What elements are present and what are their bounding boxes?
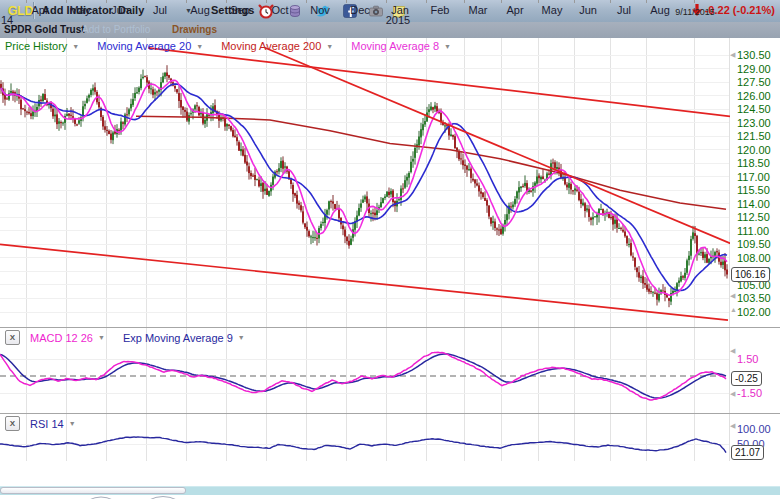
month-label: Jul [142,4,178,16]
legend-ma8[interactable]: Moving Average 8 ▼ [351,40,451,52]
price-axis: ◀ ◀ ▲ 130.50129.00127.50126.00124.50123.… [730,38,780,327]
grid [0,414,729,461]
month-label: Jun [102,4,138,16]
time-axis-tick [610,0,611,3]
month-label: Jun [570,4,606,16]
time-axis-tick [66,0,67,3]
month-label: Apr [497,4,533,16]
chevron-down-icon[interactable]: ▼ [196,43,203,50]
legend-macd[interactable]: MACD 12 26 ▼ [30,332,105,344]
price-tick: 115.50 [737,184,770,196]
month-label: Aug [642,4,678,16]
price-tick: 120.00 [737,144,771,156]
month-label: Nov [302,4,338,16]
price-tick: 117.00 [737,171,770,183]
grid [0,38,729,327]
price-tick: 123.00 [737,117,771,129]
price-tick: 114.00 [737,198,770,210]
trendline [0,244,728,320]
last-price-box: 106.16 [731,267,770,282]
time-axis-tick [306,0,307,3]
price-tick: 129.00 [737,63,771,75]
price-tick: 108.00 [737,252,771,264]
legend-rsi[interactable]: RSI 14 ▼ [30,418,76,430]
time-axis-tick [464,0,465,3]
price-tick: 124.50 [737,103,771,115]
macd-tick: 1.50 [737,353,758,365]
price-tick: 126.00 [737,90,771,102]
chevron-down-icon[interactable]: ▼ [444,43,451,50]
price-tick: 102.00 [737,306,771,318]
macd-axis: ◀ ◀ 1.50-1.50-0.25 [730,328,780,414]
scroll-left-icon[interactable]: ◀ [730,347,735,355]
macd-legend: X MACD 12 26 ▼ Exp Moving Average 9 ▼ [5,330,257,345]
time-axis-tick [426,0,427,3]
chart-scrollbar-thumb[interactable] [0,487,186,494]
month-label: Aug [182,4,218,16]
scroll-up-icon[interactable]: ▲ [730,306,737,313]
legend-exp-ma9[interactable]: Exp Moving Average 9 ▼ [123,332,245,344]
rsi-pane: X RSI 14 ▼ ◀ 100.0050.0021.07 [0,413,780,462]
month-label: May [534,4,570,16]
price-pane: Price History ▼ Moving Average 20 ▼ Movi… [0,38,780,327]
time-axis-tick [646,0,647,3]
month-label: Mar [460,4,496,16]
rsi-legend: X RSI 14 ▼ [5,416,88,431]
chevron-down-icon[interactable]: ▼ [72,43,79,50]
price-tick: 103.50 [737,292,771,304]
month-label: May [62,4,98,16]
year-label: 2015 [380,14,416,26]
time-axis-tick [26,0,27,3]
symbol-name: SPDR Gold Trust [4,24,85,35]
rsi-chart-svg [0,414,730,461]
month-label: Oct [262,4,298,16]
month-label: Apr [22,4,58,16]
ma20-line [1,84,727,290]
chevron-down-icon[interactable]: ▼ [69,420,76,427]
scroll-left-icon[interactable]: ◀ [730,390,735,398]
chevron-down-icon[interactable]: ▼ [98,334,105,341]
rsi-line [0,437,726,453]
time-axis-tick [266,0,267,3]
month-label: Jul [606,4,642,16]
price-tick: 111.00 [737,225,769,237]
scroll-left-icon[interactable]: ◀ [730,422,735,430]
price-tick: 118.50 [737,157,770,169]
macd-pane: X MACD 12 26 ▼ Exp Moving Average 9 ▼ ◀ … [0,327,780,414]
time-axis-tick [106,0,107,3]
scrollbar-thumb-waves [1,495,185,499]
rsi-value-box: 21.07 [731,445,764,460]
price-tick: 127.50 [737,76,771,88]
chevron-down-icon[interactable]: ▼ [326,43,333,50]
legend-ma20[interactable]: Moving Average 20 ▼ [97,40,203,52]
time-axis-tick [386,0,387,3]
rsi-tick: 100.00 [737,423,771,435]
price-tick: 109.50 [737,238,771,250]
price-legend: Price History ▼ Moving Average 20 ▼ Movi… [5,40,463,52]
month-label: Feb [422,4,458,16]
chevron-down-icon[interactable]: ▼ [238,334,245,341]
close-icon[interactable]: X [5,330,20,345]
rsi-axis: ◀ 100.0050.0021.07 [730,414,780,462]
macd-tick: -1.50 [737,387,762,399]
drawings-link[interactable]: Drawings [172,24,217,35]
price-tick: 121.50 [737,130,771,142]
year-label-clipped: 14 [1,14,13,26]
chart-scrollbar-track[interactable] [0,486,780,495]
scroll-left-icon[interactable]: ◀ [730,51,735,59]
time-axis-tick [501,0,502,3]
time-axis-tick [574,0,575,3]
freestockcharts-window: { "toolbar": { "symbol": "GLD", "add_ind… [0,0,780,499]
time-axis-tick [226,0,227,3]
time-axis-tick [146,0,147,3]
scroll-left-icon[interactable]: ◀ [730,292,735,300]
legend-ma200[interactable]: Moving Average 200 ▼ [221,40,333,52]
month-label: Dec [342,4,378,16]
macd-value-box: -0.25 [731,371,762,386]
time-axis-tick [694,0,695,3]
price-tick: 130.50 [737,49,771,61]
close-icon[interactable]: X [5,416,20,431]
add-to-portfolio-link[interactable]: Add to Portfolio [82,24,150,35]
price-chart-svg [0,38,730,327]
legend-price-history[interactable]: Price History ▼ [5,40,79,52]
